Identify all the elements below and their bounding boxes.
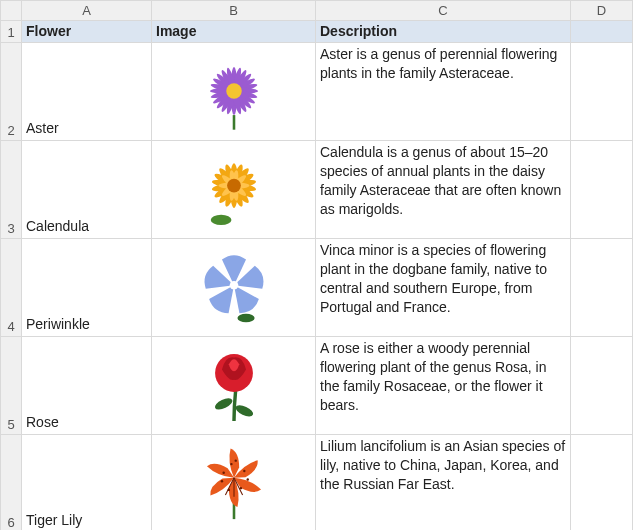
col-header-A[interactable]: A: [22, 0, 152, 21]
flower-image-tigerlily: [191, 440, 277, 526]
cell-C4[interactable]: Vinca minor is a species of flowering pl…: [316, 239, 571, 337]
cell-C2[interactable]: Aster is a genus of perennial flowering …: [316, 43, 571, 141]
cell-D2[interactable]: [571, 43, 633, 141]
flower-image-calendula: [191, 146, 277, 232]
svg-point-35: [234, 460, 236, 462]
cell-C3[interactable]: Calendula is a genus of about 15–20 spec…: [316, 141, 571, 239]
svg-point-30: [237, 314, 254, 323]
flower-description: Vinca minor is a species of flowering pl…: [320, 241, 566, 317]
cell-A1[interactable]: Flower: [22, 21, 152, 43]
cell-B4[interactable]: [152, 239, 316, 337]
flower-description: Lilium lancifolium is an Asian species o…: [320, 437, 566, 494]
cell-C5[interactable]: A rose is either a woody perennial flowe…: [316, 337, 571, 435]
svg-point-41: [222, 472, 224, 474]
header-description: Description: [320, 22, 397, 41]
svg-point-28: [210, 215, 231, 225]
row-header-6[interactable]: 6: [0, 435, 22, 530]
cell-D5[interactable]: [571, 337, 633, 435]
select-all-corner[interactable]: [0, 0, 22, 21]
cell-A3[interactable]: Calendula: [22, 141, 152, 239]
flower-description: Aster is a genus of perennial flowering …: [320, 45, 566, 83]
cell-B5[interactable]: [152, 337, 316, 435]
flower-name: Rose: [26, 413, 59, 432]
svg-point-40: [220, 480, 222, 482]
cell-D4[interactable]: [571, 239, 633, 337]
cell-D6[interactable]: [571, 435, 633, 530]
col-header-B[interactable]: B: [152, 0, 316, 21]
cell-B2[interactable]: [152, 43, 316, 141]
col-header-C[interactable]: C: [316, 0, 571, 21]
cell-C6[interactable]: Lilium lancifolium is an Asian species o…: [316, 435, 571, 530]
svg-point-36: [243, 470, 245, 472]
cell-A5[interactable]: Rose: [22, 337, 152, 435]
svg-point-31: [213, 396, 234, 412]
svg-point-32: [233, 403, 254, 419]
svg-point-37: [246, 479, 248, 481]
flower-image-rose: [191, 342, 277, 428]
row-header-3[interactable]: 3: [0, 141, 22, 239]
flower-description: Calendula is a genus of about 15–20 spec…: [320, 143, 566, 219]
header-image: Image: [156, 22, 196, 41]
flower-image-periwinkle: [191, 244, 277, 330]
flower-name: Tiger Lily: [26, 511, 82, 530]
cell-D3[interactable]: [571, 141, 633, 239]
spreadsheet-grid[interactable]: A B C D 1 Flower Image Description 2 Ast…: [0, 0, 633, 530]
cell-B3[interactable]: [152, 141, 316, 239]
row-header-4[interactable]: 4: [0, 239, 22, 337]
row-header-1[interactable]: 1: [0, 21, 22, 43]
cell-A2[interactable]: Aster: [22, 43, 152, 141]
header-flower: Flower: [26, 22, 71, 41]
cell-B6[interactable]: [152, 435, 316, 530]
svg-point-12: [226, 84, 241, 99]
svg-point-27: [227, 179, 241, 193]
flower-name: Periwinkle: [26, 315, 90, 334]
cell-B1[interactable]: Image: [152, 21, 316, 43]
row-header-5[interactable]: 5: [0, 337, 22, 435]
svg-point-29: [229, 281, 238, 290]
cell-A4[interactable]: Periwinkle: [22, 239, 152, 337]
flower-name: Calendula: [26, 217, 89, 236]
col-header-D[interactable]: D: [571, 0, 633, 21]
flower-name: Aster: [26, 119, 59, 138]
cell-D1[interactable]: [571, 21, 633, 43]
svg-point-34: [230, 463, 232, 465]
cell-A6[interactable]: Tiger Lily: [22, 435, 152, 530]
cell-C1[interactable]: Description: [316, 21, 571, 43]
flower-description: A rose is either a woody perennial flowe…: [320, 339, 566, 415]
row-header-2[interactable]: 2: [0, 43, 22, 141]
flower-image-aster: [191, 48, 277, 134]
